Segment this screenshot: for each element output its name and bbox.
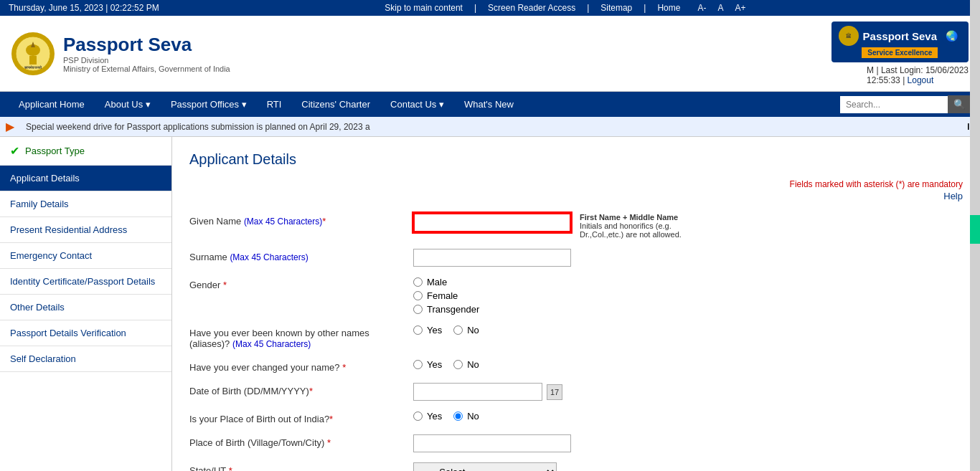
search-input[interactable]	[840, 96, 948, 113]
screen-reader-link[interactable]: Screen Reader Access	[488, 3, 575, 13]
name-changed-row: Have you ever changed your name? * Yes N…	[189, 359, 963, 373]
sidebar-item-applicant-details[interactable]: Applicant Details	[0, 166, 171, 191]
sidebar-item-other-details[interactable]: Other Details	[0, 295, 171, 320]
name-changed-yes-radio[interactable]	[413, 360, 423, 369]
gender-row: Gender * Male Female Transgender	[189, 277, 963, 315]
nav-about-us[interactable]: About Us ▾	[95, 92, 161, 117]
dob-row: Date of Birth (DD/MM/YYYY)* 17	[189, 383, 963, 401]
name-changed-radio-row: Yes No	[413, 359, 963, 370]
sidebar-item-emergency-contact[interactable]: Emergency Contact	[0, 243, 171, 269]
skip-link[interactable]: Skip to main content	[385, 3, 463, 13]
place-out-india-no-option[interactable]: No	[453, 411, 479, 422]
logout-link[interactable]: Logout	[908, 75, 934, 85]
place-out-india-yes-option[interactable]: Yes	[413, 411, 442, 422]
aliases-radio-row: Yes No	[413, 325, 963, 336]
home-link[interactable]: Home	[657, 3, 680, 13]
sitemap-link[interactable]: Sitemap	[600, 3, 632, 13]
given-name-input-area: First Name + Middle Name Initials and ho…	[413, 213, 963, 239]
name-changed-no-option[interactable]: No	[453, 359, 479, 370]
place-out-india-yes-radio[interactable]	[413, 411, 423, 421]
nav-rti[interactable]: RTI	[257, 92, 292, 117]
gender-female-option[interactable]: Female	[413, 290, 963, 301]
user-initial: M	[867, 65, 874, 75]
name-changed-no-radio[interactable]	[453, 360, 463, 369]
ministry-name: Ministry of External Affairs, Government…	[63, 65, 230, 73]
given-name-input[interactable]	[413, 213, 571, 232]
state-label: State/UT *	[189, 462, 405, 471]
ticker-text: Special weekend drive for Passport appli…	[20, 122, 959, 132]
gender-input-area: Male Female Transgender	[413, 277, 963, 315]
nav-whats-new[interactable]: What's New	[454, 92, 524, 117]
scrollbar[interactable]	[970, 0, 980, 471]
nav-bar: Applicant Home About Us ▾ Passport Offic…	[0, 92, 980, 117]
dob-label: Date of Birth (DD/MM/YYYY)*	[189, 383, 405, 396]
top-nav-links: Skip to main content | Screen Reader Acc…	[385, 3, 745, 13]
page-title: Applicant Details	[189, 151, 963, 168]
name-changed-yes-option[interactable]: Yes	[413, 359, 442, 370]
ticker: ▶ Special weekend drive for Passport app…	[0, 117, 980, 137]
sidebar-label-identity-certificate: Identity Certificate/Passport Details	[10, 276, 155, 287]
given-name-hint: First Name + Middle Name Initials and ho…	[580, 213, 709, 239]
gender-female-radio[interactable]	[413, 291, 423, 300]
svg-text:सत्यमेव जयते: सत्यमेव जयते	[24, 65, 42, 70]
sidebar-item-identity-certificate[interactable]: Identity Certificate/Passport Details	[0, 269, 171, 295]
last-login-date: 15/06/2023	[925, 65, 969, 75]
gender-male-radio[interactable]	[413, 277, 423, 287]
login-info: M | Last Login: 15/06/2023 12:55:33 | Lo…	[867, 65, 969, 85]
sidebar-item-passport-type[interactable]: ✔ Passport Type	[0, 137, 171, 166]
nav-contact-us[interactable]: Contact Us ▾	[380, 92, 454, 117]
nav-search: 🔍	[840, 95, 971, 113]
sidebar-item-present-residential[interactable]: Present Residential Address	[0, 217, 171, 243]
aliases-yes-radio[interactable]	[413, 325, 423, 335]
place-birth-input-area	[413, 434, 963, 452]
sidebar-item-family-details[interactable]: Family Details	[0, 191, 171, 217]
gender-transgender-radio[interactable]	[413, 305, 423, 314]
nav-citizens-charter[interactable]: Citizens' Charter	[291, 92, 380, 117]
nav-passport-offices[interactable]: Passport Offices ▾	[161, 92, 257, 117]
surname-label: Surname (Max 45 Characters)	[189, 249, 405, 262]
gender-male-option[interactable]: Male	[413, 277, 963, 287]
given-name-row: Given Name (Max 45 Characters)* First Na…	[189, 213, 963, 239]
place-birth-input[interactable]	[413, 434, 571, 452]
last-login-time: 12:55:33	[867, 75, 900, 85]
aliases-no-option[interactable]: No	[453, 325, 479, 336]
help-link-container: Help	[189, 191, 963, 201]
sidebar-label-passport-type: Passport Type	[25, 146, 85, 156]
place-out-india-label: Is your Place of Birth out of India?*	[189, 411, 405, 424]
header-title: Passport Seva PSP Division Ministry of E…	[63, 34, 230, 73]
main-layout: ✔ Passport Type Applicant Details Family…	[0, 137, 980, 471]
scrollbar-thumb[interactable]	[970, 215, 980, 244]
surname-row: Surname (Max 45 Characters)	[189, 249, 963, 267]
sidebar-label-family-details: Family Details	[10, 199, 69, 209]
aliases-no-radio[interactable]	[453, 325, 463, 335]
nav-applicant-home[interactable]: Applicant Home	[9, 92, 95, 117]
aliases-yes-option[interactable]: Yes	[413, 325, 442, 336]
division-name: PSP Division	[63, 56, 230, 65]
sidebar-label-emergency-contact: Emergency Contact	[10, 250, 92, 261]
sidebar-item-passport-verification[interactable]: Passport Details Verification	[0, 320, 171, 346]
gender-transgender-option[interactable]: Transgender	[413, 304, 963, 315]
dob-input[interactable]	[413, 383, 542, 401]
national-emblem-logo: सत्यमेव जयते	[11, 32, 55, 75]
search-button[interactable]: 🔍	[948, 95, 971, 113]
state-row: State/UT * ----- Select -----	[189, 462, 963, 471]
gender-radio-group: Male Female Transgender	[413, 277, 963, 315]
passport-seva-logo-box: 🏛 Passport Seva 🌏 Service Excellence	[831, 22, 969, 62]
dob-input-area: 17	[413, 383, 963, 401]
state-select[interactable]: ----- Select -----	[413, 462, 557, 471]
help-link[interactable]: Help	[943, 191, 963, 201]
given-name-label: Given Name (Max 45 Characters)*	[189, 213, 405, 227]
check-icon: ✔	[10, 144, 19, 158]
sidebar: ✔ Passport Type Applicant Details Family…	[0, 137, 172, 471]
service-excellence-label: Service Excellence	[862, 47, 938, 58]
surname-input[interactable]	[413, 249, 571, 267]
name-changed-input-area: Yes No	[413, 359, 963, 370]
sidebar-item-self-declaration[interactable]: Self Declaration	[0, 346, 171, 372]
aliases-row: Have you ever been known by other names …	[189, 325, 963, 349]
svg-rect-2	[29, 56, 37, 65]
header: सत्यमेव जयते Passport Seva PSP Division …	[0, 16, 980, 92]
place-birth-row: Place of Birth (Village/Town/City) *	[189, 434, 963, 452]
calendar-icon[interactable]: 17	[547, 384, 562, 400]
place-out-india-no-radio[interactable]	[453, 411, 463, 421]
sidebar-label-applicant-details: Applicant Details	[10, 173, 80, 184]
